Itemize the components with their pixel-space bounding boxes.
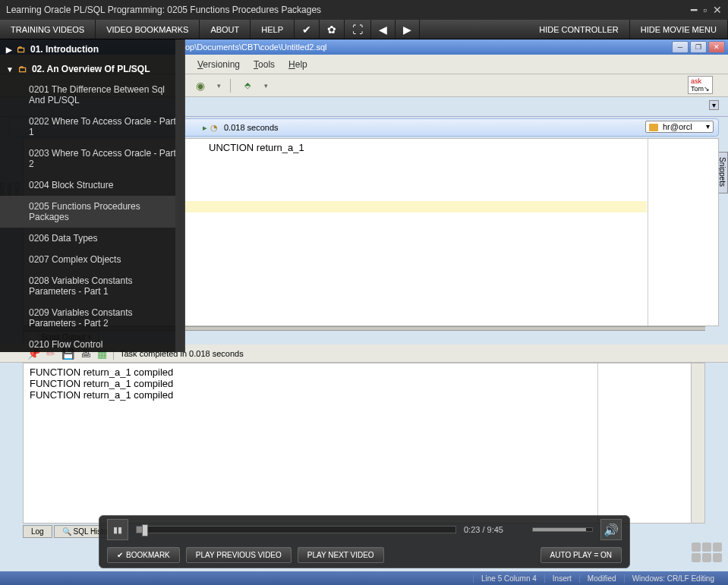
play-previous-button[interactable]: PLAY PREVIOUS VIDEO xyxy=(186,547,292,563)
sidebar-section-2[interactable]: ▼ 🗀 02. An Overview Of PL/SQL xyxy=(0,59,184,79)
fullscreen-icon[interactable]: ⛶ xyxy=(345,20,371,39)
maximize-icon[interactable]: ▫ xyxy=(703,4,707,16)
sidebar-item-0206[interactable]: 0206 Data Types xyxy=(0,228,184,249)
sb-modified: Modified xyxy=(579,574,624,583)
timer-icon: ◔ xyxy=(210,123,218,133)
prev-arrow-icon[interactable]: ◀ xyxy=(371,20,396,39)
back-nav-icon[interactable]: ◉ xyxy=(193,78,208,93)
menu-help[interactable]: HELP xyxy=(251,20,295,39)
sidebar-item-0203[interactable]: 0203 Where To Access Oracle - Part 2 xyxy=(0,143,184,175)
menu-versioning[interactable]: Versioning xyxy=(197,59,240,70)
menu-training[interactable]: TRAINING VIDEOS xyxy=(0,20,96,39)
sidebar-item-0201[interactable]: 0201 The Difference Between Sql And PL/S… xyxy=(0,79,184,111)
expand-arrow-icon: ▼ xyxy=(6,65,14,74)
menu-inner-help[interactable]: Help xyxy=(288,59,307,70)
sidebar-item-0204[interactable]: 0204 Block Structure xyxy=(0,175,184,196)
bookmark-button[interactable]: ✔ BOOKMARK xyxy=(107,547,180,563)
sql-icon[interactable]: ⬘ xyxy=(240,78,255,93)
gear-icon[interactable]: ✿ xyxy=(320,20,345,39)
sb-line-col: Line 5 Column 4 xyxy=(473,574,544,583)
menu-about[interactable]: ABOUT xyxy=(200,20,251,39)
autoplay-toggle[interactable]: AUTO PLAY = ON xyxy=(540,547,622,563)
menu-bookmarks[interactable]: VIDEO BOOKMARKS xyxy=(96,20,200,39)
sidebar-scrollbar[interactable] xyxy=(175,39,184,352)
volume-icon[interactable]: 🔊 xyxy=(600,519,622,540)
asktom-link[interactable]: askTom↘ xyxy=(688,76,713,94)
main-menubar: TRAINING VIDEOS VIDEO BOOKMARKS ABOUT HE… xyxy=(0,20,728,39)
exec-time: 0.018 seconds xyxy=(224,123,279,132)
statusbar: Line 5 Column 4 Insert Modified Windows:… xyxy=(0,571,728,585)
run-icon[interactable]: ▸ xyxy=(203,123,207,133)
sidebar-section-1[interactable]: ▶ 🗀 01. Introduction xyxy=(0,39,184,59)
sidebar-item-0208[interactable]: 0208 Variables Constants Parameters - Pa… xyxy=(0,270,184,302)
sidebar-item-0207[interactable]: 0207 Complex Objects xyxy=(0,249,184,270)
log-tab[interactable]: Log xyxy=(23,525,52,538)
app-titlebar: Learning Oracle PL/SQL Programming: 0205… xyxy=(0,0,728,20)
window-title: Learning Oracle PL/SQL Programming: 0205… xyxy=(6,5,691,15)
play-next-button[interactable]: PLAY NEXT VIDEO xyxy=(298,547,384,563)
output-panel[interactable]: FUNCTION return_a_1 compiled FUNCTION re… xyxy=(23,363,705,524)
sb-encoding: Windows: CR/LF Editing xyxy=(624,574,722,583)
close-icon[interactable]: ✕ xyxy=(713,4,722,16)
minimize-icon[interactable]: ━ xyxy=(691,4,697,16)
menu-tools[interactable]: Tools xyxy=(254,59,275,70)
menu-hide-movie[interactable]: HIDE MOVIE MENU xyxy=(630,20,728,39)
resize-grip-icon xyxy=(692,543,722,562)
inner-minimize-icon[interactable]: ─ xyxy=(672,41,689,53)
tab-dropdown-icon[interactable]: ▾ xyxy=(709,100,719,110)
sidebar-item-0209[interactable]: 0209 Variables Constants Parameters - Pa… xyxy=(0,302,184,334)
folder-icon: 🗀 xyxy=(18,64,27,74)
inner-restore-icon[interactable]: ❐ xyxy=(690,41,707,53)
video-sidebar: ▶ 🗀 01. Introduction ▼ 🗀 02. An Overview… xyxy=(0,39,185,352)
sb-insert: Insert xyxy=(544,574,579,583)
time-display: 0:23 / 9:45 xyxy=(464,525,525,534)
next-arrow-icon[interactable]: ▶ xyxy=(396,20,420,39)
progress-slider[interactable] xyxy=(136,526,456,533)
check-icon[interactable]: ✔ xyxy=(295,20,320,39)
output-scrollbar[interactable] xyxy=(691,363,704,523)
pause-button[interactable]: ▮▮ xyxy=(107,519,128,540)
volume-slider[interactable] xyxy=(532,527,593,532)
inner-close-icon[interactable]: ✕ xyxy=(708,41,725,53)
sidebar-item-0210[interactable]: 0210 Flow Control xyxy=(0,334,184,352)
menu-hide-controller[interactable]: HIDE CONTROLLER xyxy=(528,20,630,39)
folder-icon: 🗀 xyxy=(17,44,26,55)
connection-dropdown[interactable]: hr@orcl xyxy=(645,121,714,133)
sidebar-item-0202[interactable]: 0202 Where To Access Oracle - Part 1 xyxy=(0,111,184,143)
video-player: ▮▮ 0:23 / 9:45 🔊 ✔ BOOKMARK PLAY PREVIOU… xyxy=(99,515,630,568)
collapse-arrow-icon: ▶ xyxy=(6,46,12,54)
sidebar-item-0205[interactable]: 0205 Functions Procedures Packages xyxy=(0,196,184,228)
